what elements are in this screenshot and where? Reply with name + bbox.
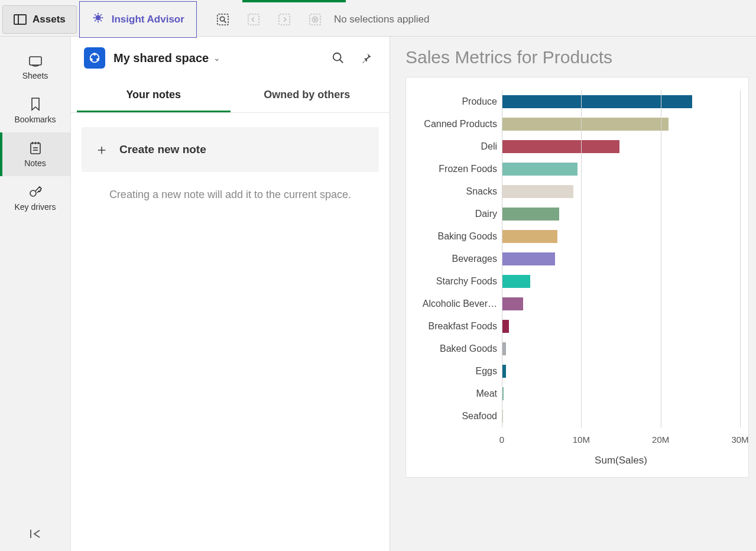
- bar-fill: [502, 118, 669, 131]
- search-notes-button[interactable]: [328, 48, 348, 68]
- bar-label: Beverages: [414, 254, 502, 264]
- chart-title: Sales Metrics for Products: [405, 47, 749, 67]
- bar-label: Canned Products: [414, 119, 502, 129]
- sidebar-item-label: Bookmarks: [14, 115, 56, 124]
- bar-fill: [502, 320, 509, 333]
- bar-fill: [502, 275, 530, 288]
- chart-region: Sales Metrics for Products ProduceCanned…: [390, 37, 756, 551]
- svg-rect-10: [30, 57, 41, 65]
- bar-fill: [502, 163, 577, 176]
- sidebar-item-keydrivers[interactable]: Key drivers: [0, 176, 70, 220]
- bar-row[interactable]: Eggs: [414, 360, 740, 383]
- insight-label: Insight Advisor: [112, 14, 184, 25]
- bar-label: Baking Goods: [414, 231, 502, 242]
- sidebar-item-sheets[interactable]: Sheets: [0, 47, 70, 89]
- bar-track: [502, 252, 740, 265]
- chart-plot: ProduceCanned ProductsDeliFrozen FoodsSn…: [414, 90, 740, 427]
- bar-track: [502, 140, 740, 153]
- bar-label: Snacks: [414, 186, 502, 197]
- space-selector[interactable]: My shared space ⌄: [113, 51, 220, 65]
- pin-icon: [361, 52, 372, 64]
- bar-row[interactable]: Frozen Foods: [414, 158, 740, 180]
- sheets-icon: [28, 56, 43, 67]
- bar-fill: [502, 365, 506, 378]
- pin-panel-button[interactable]: [356, 48, 377, 68]
- bar-track: [502, 185, 740, 198]
- x-tick-label: 0: [499, 435, 504, 445]
- bar-track: [502, 297, 740, 310]
- smart-search-button[interactable]: [211, 8, 235, 31]
- bar-label: Starchy Foods: [414, 276, 502, 287]
- bar-row[interactable]: Beverages: [414, 248, 740, 270]
- tab-owned-by-others[interactable]: Owned by others: [231, 79, 384, 112]
- notes-tabs: Your notes Owned by others: [71, 79, 390, 113]
- bar-row[interactable]: Dairy: [414, 203, 740, 225]
- bar-track: [502, 365, 740, 378]
- bar-row[interactable]: Starchy Foods: [414, 270, 740, 293]
- bar-row[interactable]: Alcoholic Bever…: [414, 293, 740, 315]
- svg-line-3: [224, 20, 226, 22]
- x-tick-label: 10M: [573, 435, 590, 445]
- create-note-hint: Creating a new note will add it to the c…: [82, 172, 379, 218]
- bar-row[interactable]: Meat: [414, 383, 740, 405]
- chart-card[interactable]: ProduceCanned ProductsDeliFrozen FoodsSn…: [405, 77, 749, 478]
- tab-your-notes[interactable]: Your notes: [77, 79, 231, 112]
- bar-row[interactable]: Baked Goods: [414, 338, 740, 360]
- bookmark-icon: [30, 97, 41, 111]
- svg-rect-4: [248, 14, 259, 24]
- selections-status-text: No selections applied: [334, 14, 430, 25]
- svg-rect-1: [218, 14, 228, 24]
- bar-fill: [502, 297, 523, 310]
- create-note-button[interactable]: ＋ Create new note: [82, 127, 379, 172]
- x-axis-ticks: 010M20M30M: [502, 435, 740, 449]
- bar-track: [502, 387, 740, 400]
- clear-selections-button[interactable]: [303, 8, 327, 31]
- selection-back-button[interactable]: [242, 8, 265, 31]
- bar-label: Dairy: [414, 209, 502, 219]
- search-icon: [332, 51, 345, 64]
- bar-fill: [502, 95, 692, 108]
- bar-label: Breakfast Foods: [414, 321, 502, 332]
- sidebar-item-label: Sheets: [22, 71, 48, 80]
- notes-panel: My shared space ⌄ Your notes Owned by ot…: [71, 37, 390, 551]
- bar-label: Frozen Foods: [414, 164, 502, 174]
- sidebar-item-bookmarks[interactable]: Bookmarks: [0, 89, 70, 132]
- bar-label: Deli: [414, 141, 502, 152]
- bar-label: Eggs: [414, 366, 502, 377]
- bar-row[interactable]: Baking Goods: [414, 225, 740, 248]
- sidebar-item-notes[interactable]: Notes: [0, 132, 70, 176]
- bar-track: [502, 95, 740, 108]
- bar-track: [502, 163, 740, 176]
- bar-label: Baked Goods: [414, 343, 502, 354]
- bar-row[interactable]: Canned Products: [414, 113, 740, 135]
- bar-track: [502, 320, 740, 333]
- svg-point-21: [97, 59, 99, 60]
- bar-row[interactable]: Produce: [414, 90, 740, 113]
- notes-icon: [29, 141, 42, 155]
- bar-fill: [502, 208, 559, 221]
- x-tick-label: 30M: [731, 435, 748, 445]
- bar-track: [502, 342, 740, 355]
- bar-fill: [502, 252, 555, 265]
- bar-label: Alcoholic Bever…: [414, 299, 502, 309]
- bar-track: [502, 118, 740, 131]
- bar-fill: [502, 230, 557, 243]
- bar-row[interactable]: Seafood: [414, 405, 740, 427]
- collapse-sidebar-button[interactable]: [0, 517, 70, 551]
- selection-forward-button[interactable]: [272, 8, 296, 31]
- space-name-label: My shared space: [113, 51, 209, 65]
- svg-line-24: [340, 60, 343, 63]
- bar-fill: [502, 140, 619, 153]
- svg-point-23: [333, 53, 341, 61]
- bar-track: [502, 208, 740, 221]
- bar-row[interactable]: Breakfast Foods: [414, 315, 740, 338]
- bar-row[interactable]: Deli: [414, 135, 740, 158]
- bar-row[interactable]: Snacks: [414, 180, 740, 203]
- assets-label: Assets: [33, 14, 66, 25]
- bar-label: Produce: [414, 96, 502, 107]
- topbar: Assets Insight Advisor No selections app…: [0, 0, 756, 37]
- bar-fill: [502, 387, 504, 400]
- insight-advisor-button[interactable]: Insight Advisor: [79, 1, 197, 38]
- x-axis-label: Sum(Sales): [414, 455, 740, 466]
- assets-button[interactable]: Assets: [2, 5, 77, 34]
